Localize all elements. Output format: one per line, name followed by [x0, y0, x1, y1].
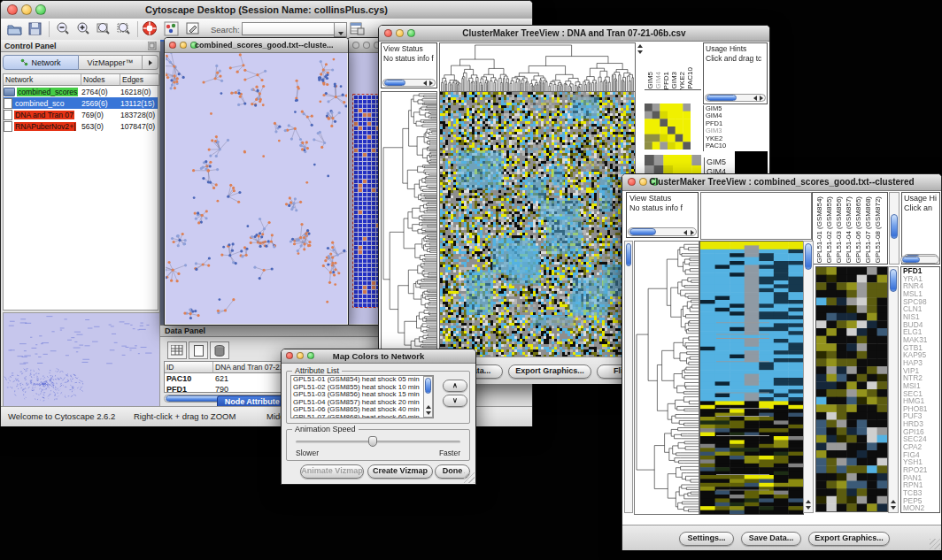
delete-attribute-icon[interactable]: [210, 341, 229, 359]
minimize-button[interactable]: [180, 42, 187, 49]
speed-slider-track[interactable]: [296, 441, 460, 443]
main-window-title: Cytoscape Desktop (Session Name: collins…: [1, 4, 532, 15]
tv2-row-dendrogram[interactable]: [634, 241, 699, 515]
network-row[interactable]: combined_scores 2764(0) 16218(0): [4, 86, 158, 97]
attribute-item[interactable]: GPL51-07 (GSM868) heat shock 60 min: [293, 414, 424, 418]
dialog-button-0[interactable]: Animate Vizmap: [300, 464, 364, 479]
tv1-column-dendrogram[interactable]: [439, 42, 636, 92]
tv2-left-vscrollbar[interactable]: [624, 241, 633, 513]
tv2-main-heatmap[interactable]: [699, 241, 804, 515]
export-graphics-button[interactable]: Export Graphics...: [508, 364, 591, 379]
tv2-heatmap-vscrollbar[interactable]: [803, 241, 814, 513]
control-panel-header: Control Panel: [1, 40, 160, 52]
column-label[interactable]: GIM5: [646, 72, 654, 89]
network-window-1: combined_scores_good.txt--cluste...: [164, 37, 349, 326]
document-icon: [4, 121, 12, 132]
tv1-global-matrix[interactable]: [645, 104, 691, 150]
col-edges[interactable]: Edges: [120, 74, 159, 86]
move-down-button[interactable]: ∨: [443, 395, 467, 407]
column-label[interactable]: YKE2: [678, 72, 686, 89]
column-label[interactable]: GPL51-08 (GSM872): [874, 196, 884, 264]
column-label[interactable]: GPL51-02 (GSM855): [825, 196, 835, 264]
save-icon[interactable]: [27, 21, 42, 36]
column-label[interactable]: GPL51-03 (GSM856): [835, 196, 845, 264]
network-nodes-count: 2569(6): [81, 99, 120, 108]
minimize-button[interactable]: [363, 42, 370, 49]
close-button[interactable]: [352, 42, 359, 49]
vizmapper-icon[interactable]: [164, 21, 179, 36]
column-label[interactable]: GPL51-04 (GSM857): [845, 196, 854, 264]
tv2-labels-vscrollbar[interactable]: [889, 192, 900, 265]
float-panel-icon[interactable]: [148, 42, 157, 54]
tv2-column-tree-area[interactable]: [700, 192, 812, 240]
treeview2-titlebar[interactable]: ClusterMaker TreeView : combined_scores_…: [622, 174, 941, 191]
column-label[interactable]: GIM4: [654, 72, 662, 89]
tv2-status-hscrollbar[interactable]: [628, 227, 697, 236]
zoom-in-icon[interactable]: [75, 21, 91, 36]
search-dropdown-button[interactable]: [334, 22, 347, 37]
search-input[interactable]: [242, 22, 336, 35]
zoom-selected-icon[interactable]: [116, 21, 132, 36]
main-titlebar[interactable]: Cytoscape Desktop (Session Name: collins…: [1, 1, 532, 19]
network-row[interactable]: combined_sco 2569(6) 13112(15): [4, 97, 158, 109]
attribute-browser-icon[interactable]: [350, 21, 365, 36]
resize-grip[interactable]: [930, 539, 940, 549]
network-name: combined_scores: [17, 88, 78, 96]
tv1-heatmap[interactable]: [439, 91, 636, 358]
dialog-titlebar[interactable]: Map Colors to Network: [282, 349, 475, 364]
grid-view-icon[interactable]: [167, 341, 187, 359]
new-attribute-icon[interactable]: [189, 341, 208, 359]
resize-grip[interactable]: [464, 472, 475, 483]
network-row[interactable]: RNAPuberNov2+| 563(0) 107847(0): [4, 120, 158, 132]
gene-label[interactable]: PAC10: [706, 142, 735, 150]
slower-label: Slower: [296, 449, 319, 457]
folder-icon: [4, 88, 15, 96]
attribute-list-scrollbar[interactable]: [423, 376, 433, 418]
animation-speed-label: Animation Speed: [292, 425, 359, 433]
column-label[interactable]: GPL51-01 (GSM854): [815, 196, 825, 264]
network-list-header: Network Nodes Edges: [4, 74, 158, 86]
animation-speed-group: Animation Speed Slower Faster: [286, 429, 470, 461]
tab-overflow-button[interactable]: [143, 55, 158, 70]
help-lifering-icon[interactable]: [142, 20, 158, 37]
attribute-listbox[interactable]: GPL51-01 (GSM854) heat shock 05 minGPL51…: [290, 375, 434, 418]
export-graphics-button[interactable]: Export Graphics...: [808, 532, 890, 546]
zoom-out-icon[interactable]: [55, 21, 71, 36]
col-id[interactable]: ID: [165, 362, 213, 373]
column-label[interactable]: GPL51-06 (GSM865): [854, 196, 864, 264]
treeview1-titlebar[interactable]: ClusterMaker TreeView : DNA and Tran 07-…: [379, 26, 769, 42]
tv1-row-dendrogram[interactable]: [381, 91, 437, 358]
column-label[interactable]: GPL51-07 (GSM868): [864, 196, 874, 264]
network1-titlebar[interactable]: combined_scores_good.txt--cluste...: [165, 38, 348, 53]
tv2-genelist-hscrollbar[interactable]: [900, 256, 939, 264]
gene-label[interactable]: GIM5: [706, 157, 737, 167]
zoom-fit-icon[interactable]: [96, 21, 112, 36]
open-file-icon[interactable]: [6, 21, 23, 36]
tv2-zoom-vscrollbar[interactable]: [888, 266, 899, 513]
tv1-status-hscrollbar[interactable]: [382, 79, 436, 87]
save-data-button[interactable]: Save Data...: [741, 532, 801, 546]
column-label[interactable]: PAC10: [686, 67, 694, 89]
close-button[interactable]: [169, 42, 176, 49]
gene-label[interactable]: MON2: [903, 504, 939, 512]
treeview2-window: ClusterMaker TreeView : combined_scores_…: [622, 173, 942, 550]
network-row[interactable]: DNA and Tran 07 769(0) 183728(0): [4, 109, 158, 120]
tv2-zoom-heatmap[interactable]: [815, 266, 888, 512]
tv1-hints-hscrollbar[interactable]: [705, 94, 766, 102]
column-label[interactable]: GIM3: [670, 72, 678, 89]
annotation-icon[interactable]: [185, 21, 200, 36]
network-name: DNA and Tran 07: [14, 111, 74, 119]
birds-eye-view[interactable]: [3, 312, 160, 407]
settings-button[interactable]: Settings...: [679, 532, 734, 546]
column-label[interactable]: PFD1: [662, 72, 670, 89]
speed-slider-thumb[interactable]: [368, 436, 377, 447]
network-name: RNAPuberNov2+|: [14, 122, 76, 131]
tab-vizmapper[interactable]: VizMapper™: [79, 55, 143, 70]
treeview1-title: ClusterMaker TreeView : DNA and Tran 07-…: [379, 28, 769, 38]
tab-network[interactable]: Network: [3, 55, 79, 70]
col-nodes[interactable]: Nodes: [81, 74, 120, 86]
col-network[interactable]: Network: [4, 74, 81, 86]
move-up-button[interactable]: ∧: [443, 380, 467, 392]
dialog-button-1[interactable]: Create Vizmap: [367, 464, 433, 479]
network1-view[interactable]: [166, 53, 347, 324]
